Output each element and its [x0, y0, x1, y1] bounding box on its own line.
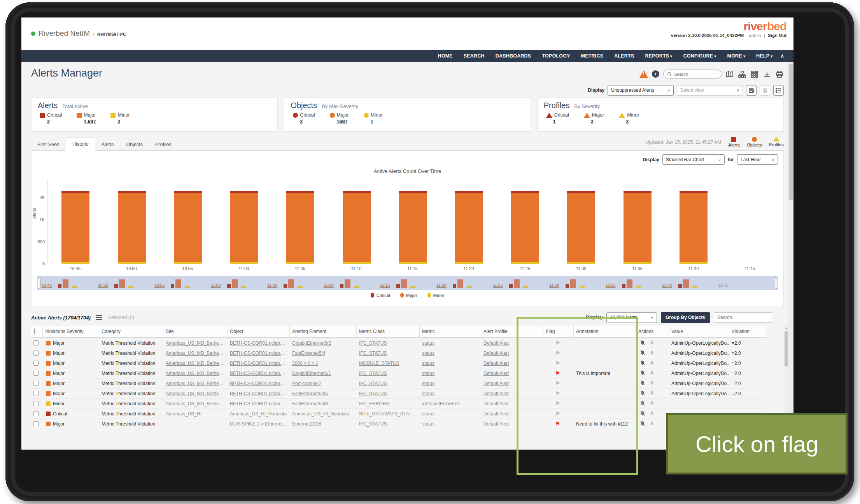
sitemap-icon[interactable] [738, 70, 746, 78]
bell-icon[interactable] [649, 421, 655, 427]
scrubber-time-link[interactable]: 11:05 [267, 283, 277, 288]
stacked-bar[interactable] [61, 191, 89, 264]
cell-metric-link[interactable]: status [422, 391, 434, 396]
row-checkbox[interactable] [33, 361, 39, 366]
cell-object-link[interactable]: BETH-CS-COR01.nclab.nbtte... [230, 340, 287, 346]
cell-alert-profile-link[interactable]: Default Alert [483, 391, 509, 396]
scrubber-time-link[interactable]: 10:45 [42, 283, 52, 288]
grid-icon[interactable] [750, 70, 759, 78]
cell-metric-link[interactable]: status [422, 361, 434, 366]
cell-metric-link[interactable]: status [422, 421, 434, 427]
flag-icon-gray[interactable]: ⚑ [555, 340, 560, 347]
severity-count-link[interactable]: 1 [553, 119, 569, 124]
stacked-bar[interactable] [399, 191, 427, 264]
scrubber-time-link[interactable]: 10:50 [98, 283, 108, 288]
cell-site-link[interactable]: Americas_US_MD_Bethesda [166, 401, 225, 406]
search-input[interactable] [674, 72, 717, 77]
chart-range-select[interactable]: Last Hour [737, 154, 778, 165]
sign-out-link[interactable]: Sign Out [768, 33, 786, 38]
mute-alert-icon[interactable] [640, 380, 645, 387]
severity-count-link[interactable]: 2 [117, 119, 130, 124]
nav-item-metrics[interactable]: METRICS [576, 53, 609, 59]
column-header-annotation[interactable]: Annotation [574, 326, 636, 338]
cell-site-link[interactable]: Americas_US_MD_Bethesda [166, 381, 225, 386]
severity-count-link[interactable]: 1,697 [84, 119, 96, 124]
cell-object-link[interactable]: BETH-CS-COR01.nclab.nbtte... [230, 351, 287, 356]
column-header-alerting-element[interactable]: Alerting Element [290, 326, 357, 338]
cell-metric-link[interactable]: status [422, 371, 434, 376]
scrubber-time-link[interactable]: 11:40 [662, 283, 672, 288]
scrubber-time-link[interactable]: 11:20 [436, 283, 447, 288]
cell-alerting-element-link[interactable]: FastEthernet5/48 [292, 401, 328, 406]
mute-alert-icon[interactable] [640, 370, 645, 377]
nav-item-topology[interactable]: TOPOLOGY [536, 53, 575, 59]
mute-alert-icon[interactable] [640, 391, 645, 397]
stacked-bar[interactable] [680, 191, 708, 264]
time-scrubber[interactable]: 10:4510:5010:5511:0011:0511:1011:1511:20… [37, 276, 778, 290]
column-header-object[interactable]: Object [228, 326, 290, 338]
row-checkbox[interactable] [33, 411, 39, 416]
stacked-bar[interactable] [343, 191, 371, 264]
cell-alerting-element-link[interactable]: 3000 > 0 > 1 [292, 361, 318, 366]
column-header-value[interactable]: Value [669, 326, 729, 338]
cell-site-link[interactable]: Americas_US_MD_Bethesda [166, 351, 225, 356]
scrubber-right-handle[interactable] [774, 277, 777, 289]
row-checkbox[interactable] [33, 391, 39, 396]
tab-first-seen[interactable]: First Seen [31, 138, 66, 151]
bell-icon[interactable] [649, 391, 655, 397]
severity-count-link[interactable]: 1 [371, 119, 383, 124]
cell-object-link[interactable]: BETH-CS-COR01.nclab.nbtte... [230, 371, 287, 376]
cell-site-link[interactable]: Americas_US_MD_Bethesda [166, 371, 225, 376]
scrubber-time-link[interactable]: 11:15 [380, 283, 390, 288]
scrubber-time-link[interactable]: 11:30 [549, 283, 559, 288]
flag-icon-gray[interactable]: ⚑ [555, 350, 560, 357]
collapse-caret-icon[interactable] [778, 53, 788, 59]
row-checkbox[interactable] [33, 371, 39, 376]
cell-metric-class-link[interactable]: IFC_STATUS [359, 381, 387, 386]
scrubber-time-link[interactable]: 11:10 [324, 283, 334, 288]
severity-count-link[interactable]: 2 [591, 119, 604, 124]
mute-alert-icon[interactable] [640, 350, 645, 356]
cell-metric-link[interactable]: inPacketErrorRate [422, 401, 460, 406]
cell-alerting-element-link[interactable]: GigabitEthernet6/1 [292, 371, 331, 376]
column-header-flag[interactable]: Flag [543, 326, 574, 338]
cell-metric-class-link[interactable]: IFC_ERRORS [359, 401, 389, 406]
row-checkbox[interactable] [33, 351, 39, 356]
flag-icon-red[interactable]: ⚑ [555, 370, 560, 377]
cell-alert-profile-link[interactable]: Default Alert [483, 371, 509, 376]
nav-item-help[interactable]: HELP [751, 53, 778, 59]
cell-alert-profile-link[interactable]: Default Alert [483, 411, 509, 417]
table-menu-icon[interactable] [96, 315, 102, 320]
nav-item-reports[interactable]: REPORTS [639, 53, 678, 59]
severity-count-link[interactable]: 2 [626, 119, 639, 124]
scrubber-time-link[interactable]: 10:55 [154, 283, 165, 288]
cell-alerting-element-link[interactable]: GigabitEthernet6/2 [292, 340, 331, 346]
map-icon[interactable] [725, 70, 734, 78]
cell-metric-class-link[interactable]: IFC_STATUS [359, 391, 387, 396]
cell-alerting-element-link[interactable]: FastEthernet5/4 [292, 351, 325, 356]
bell-icon[interactable] [649, 411, 655, 417]
column-header-violation[interactable]: Violation [729, 326, 766, 338]
stacked-bar[interactable] [118, 191, 146, 264]
table-search-input[interactable] [714, 312, 772, 323]
tab-alerts[interactable]: Alerts [95, 138, 120, 151]
nav-item-search[interactable]: SEARCH [458, 53, 490, 59]
print-icon[interactable] [775, 70, 784, 78]
group-by-objects-button[interactable]: Group By Objects [661, 312, 710, 323]
flag-icon-gray[interactable]: ⚑ [555, 400, 560, 407]
cell-alerting-element-link[interactable]: Americas_US_HI_Honolulu [292, 411, 349, 417]
column-header-actions[interactable]: Actions [636, 326, 669, 338]
flag-icon-gray[interactable]: ⚑ [555, 390, 560, 397]
delete-view-button[interactable] [760, 85, 770, 96]
cell-alerting-element-link[interactable]: Port-channel2 [292, 381, 321, 386]
cell-object-link[interactable]: DUR-SPINE-2 > Ethernet11... [230, 421, 287, 427]
mute-alert-icon[interactable] [640, 340, 645, 346]
save-view-button[interactable] [746, 85, 757, 96]
cell-metric-class-link[interactable]: IFC_STATUS [359, 371, 387, 376]
cell-metric-class-link[interactable]: IFC_STATUS [359, 421, 387, 427]
stacked-bar[interactable] [511, 191, 539, 264]
cell-metric-class-link[interactable]: IFC_STATUS [359, 340, 387, 346]
tab-historic[interactable]: Historic [66, 138, 95, 151]
stacked-bar[interactable] [174, 191, 202, 264]
bell-icon[interactable] [649, 401, 655, 407]
